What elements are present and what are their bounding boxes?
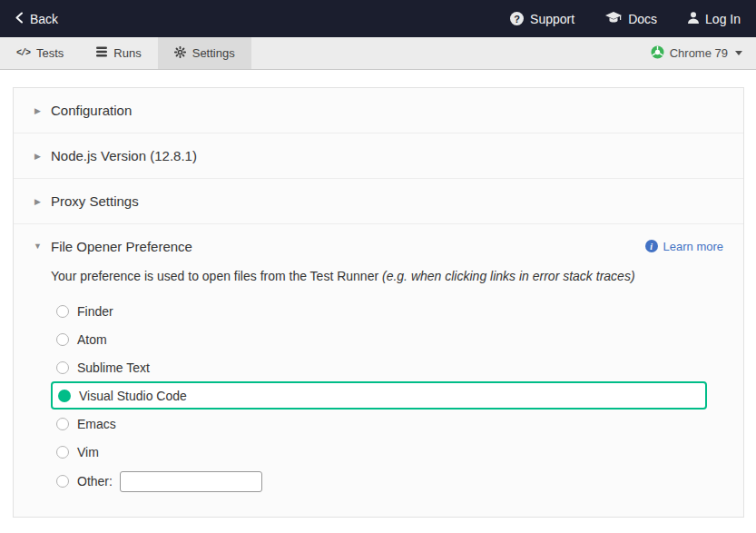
gear-icon xyxy=(174,46,186,61)
radio-option-sublime-text[interactable]: Sublime Text xyxy=(51,353,707,381)
radio-option-vim[interactable]: Vim xyxy=(51,438,707,466)
settings-card: ▶ Configuration ▶ Node.js Version (12.8.… xyxy=(13,87,744,518)
learn-more-label: Learn more xyxy=(663,240,723,253)
radio-label: Visual Studio Code xyxy=(79,389,187,403)
chevron-left-icon xyxy=(15,12,23,26)
graduation-cap-icon xyxy=(605,12,622,26)
caret-right-icon: ▶ xyxy=(33,197,43,206)
radio-label: Emacs xyxy=(77,417,116,431)
radio-icon[interactable] xyxy=(56,446,69,459)
learn-more-link[interactable]: i Learn more xyxy=(645,240,723,253)
radio-label: Finder xyxy=(77,304,113,319)
chevron-down-icon xyxy=(735,51,742,55)
caret-right-icon: ▶ xyxy=(33,106,43,115)
top-nav-right: ? Support Docs Log In xyxy=(510,12,741,26)
section-proxy-settings[interactable]: ▶ Proxy Settings xyxy=(14,179,743,224)
other-editor-input[interactable] xyxy=(120,471,262,492)
question-circle-icon: ? xyxy=(510,12,524,25)
tab-bar: </> Tests Runs Settings xyxy=(0,37,756,70)
back-label: Back xyxy=(30,12,58,26)
info-icon: i xyxy=(645,240,658,252)
tab-runs[interactable]: Runs xyxy=(80,37,157,69)
login-label: Log In xyxy=(705,12,741,26)
section-title: Node.js Version (12.8.1) xyxy=(51,148,197,163)
chrome-icon xyxy=(651,45,664,62)
section-title: File Opener Preference xyxy=(51,239,192,254)
login-link[interactable]: Log In xyxy=(688,12,741,26)
back-button[interactable]: Back xyxy=(15,12,58,26)
radio-icon[interactable] xyxy=(56,418,69,430)
radio-label: Vim xyxy=(77,445,99,459)
caret-right-icon: ▶ xyxy=(33,152,43,161)
radio-label: Sublime Text xyxy=(77,360,150,375)
section-nodejs-version[interactable]: ▶ Node.js Version (12.8.1) xyxy=(14,133,743,179)
radio-label: Atom xyxy=(77,332,107,347)
radio-option-other[interactable]: Other: xyxy=(51,466,707,497)
radio-option-atom[interactable]: Atom xyxy=(51,325,707,353)
top-nav-bar: Back ? Support Docs Log In xyxy=(0,0,756,37)
tab-tests[interactable]: </> Tests xyxy=(0,37,80,69)
radio-option-emacs[interactable]: Emacs xyxy=(51,410,707,438)
radio-icon[interactable] xyxy=(56,305,69,318)
radio-option-finder[interactable]: Finder xyxy=(51,297,707,325)
caret-down-icon: ▼ xyxy=(33,242,43,251)
section-file-opener[interactable]: ▼ File Opener Preference i Learn more xyxy=(14,224,743,268)
radio-option-visual-studio-code[interactable]: Visual Studio Code xyxy=(51,381,707,410)
description-note: (e.g. when clicking links in error stack… xyxy=(382,269,635,283)
file-opener-description: Your preference is used to open files fr… xyxy=(51,268,707,297)
docs-link[interactable]: Docs xyxy=(605,12,657,26)
radio-label: Other: xyxy=(77,474,113,489)
tab-settings[interactable]: Settings xyxy=(158,37,251,69)
file-opener-body: Your preference is used to open files fr… xyxy=(14,268,743,497)
docs-label: Docs xyxy=(628,12,657,26)
section-title: Configuration xyxy=(51,103,132,118)
tab-runs-label: Runs xyxy=(113,46,141,60)
tab-tests-label: Tests xyxy=(36,46,64,60)
database-icon xyxy=(96,46,107,60)
radio-icon[interactable] xyxy=(56,361,69,374)
radio-icon[interactable] xyxy=(56,333,69,346)
description-text: Your preference is used to open files fr… xyxy=(51,269,382,283)
settings-page: ▶ Configuration ▶ Node.js Version (12.8.… xyxy=(0,70,756,518)
radio-icon[interactable] xyxy=(56,475,69,488)
user-icon xyxy=(688,12,699,26)
support-label: Support xyxy=(530,12,574,26)
support-link[interactable]: ? Support xyxy=(510,12,574,26)
section-title: Proxy Settings xyxy=(51,193,139,209)
radio-selected-icon[interactable] xyxy=(58,390,71,402)
browser-label: Chrome 79 xyxy=(670,46,728,60)
tab-settings-label: Settings xyxy=(192,46,235,60)
section-configuration[interactable]: ▶ Configuration xyxy=(14,88,743,133)
code-icon: </> xyxy=(16,48,30,58)
browser-selector[interactable]: Chrome 79 xyxy=(651,37,756,69)
